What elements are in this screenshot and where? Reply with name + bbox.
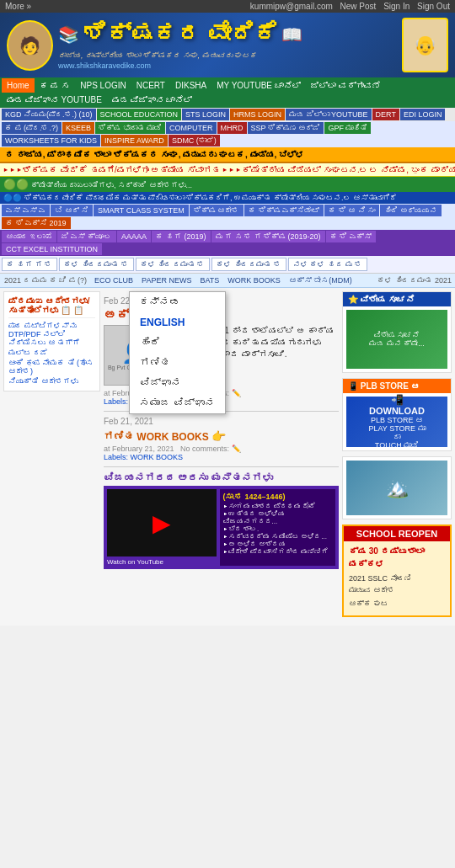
reopen-item-2[interactable]: ಆಕ್ಕ ಘಟ — [349, 599, 445, 610]
col-main: ಕನ್ನಡ ENGLISH ಹಿಂದಿ ಗಣಿತ ವಿಜ್ಞಾನ ಸಮಾಜ ವಿ… — [104, 291, 339, 622]
lblue-eco[interactable]: ECO CLUB — [91, 274, 136, 286]
menu-dert[interactable]: DERT — [372, 109, 399, 120]
nav-item-youtube[interactable]: MY YOUTUBE ಚಾನೆಲ್ — [211, 78, 306, 93]
nav2-excel[interactable]: ಕ ಶಿ ಎಕ್ಸಿ 2019 — [2, 217, 71, 229]
lblue-workbooks[interactable]: WORK BOOKS — [224, 274, 284, 286]
new-post-link[interactable]: New Post — [340, 2, 377, 11]
menu-computer[interactable]: COMPUTER — [166, 122, 217, 134]
dropdown-panel[interactable]: ಕನ್ನಡ ENGLISH ಹಿಂದಿ ಗಣಿತ ವಿಜ್ಞಾನ ಸಮಾಜ ವಿ… — [129, 291, 226, 414]
sidebar-scenery-image: 🏔️ — [346, 461, 447, 515]
left-sidebar-main: ಪ್ರಮುಖ ಆದೇಶಗಳು/ ಸುತ್ತೋಲೆಗಳು 📋 📋 ಪಾಠ ಪಟ್ಟ… — [3, 291, 100, 391]
sidebar-download: 📱 PLB STORE ಆ 📲 DOWNLOAD PLB STORE ಆ PLA… — [342, 378, 452, 451]
post-2-title[interactable]: ಗಣಿತ WORK BOOKS 👉 — [104, 429, 339, 443]
nav2-accident[interactable]: ಕ ಶಿಕ್ಷ ಎಕ್ಸಿಡೆಂಟ್ — [244, 205, 324, 216]
lblue-paper[interactable]: PAPER NEWS — [138, 274, 195, 286]
menu-kseeb[interactable]: KSEEB — [62, 122, 94, 134]
page-wrapper: More » kummipw@gmail.com New Post Sign I… — [0, 0, 455, 626]
left-sidebar-raje[interactable]: ಮಲ್ಟ ರಜೆ — [8, 348, 95, 358]
purple-ayar[interactable]: ಆಯಾರ ಇಲಾಖೆ — [2, 231, 56, 242]
menu-mhrd[interactable]: MHRD — [217, 122, 247, 134]
purple-mgs[interactable]: ಮ ಗ ಸ ಶ ಗ ಶಿಕ್ಷ (2019-20) — [211, 231, 325, 242]
nav2-org[interactable]: ಕ ಶಿ ಆ ನಿ ಸಂ — [324, 205, 379, 216]
col-right: ⭐ ವಿಶೇಷ ಸೂಚನೆ ವಿಶೇಷ ಸೂಚನೆಮಡ ಮನ ಕ್ಷೇ... 📱… — [342, 291, 452, 622]
dropdown-english[interactable]: ENGLISH — [130, 312, 225, 333]
sign-out-link[interactable]: Sign Out — [417, 2, 450, 11]
nav-item-diksha[interactable]: DIKSHA — [170, 78, 211, 93]
post-divider-2 — [104, 466, 339, 467]
menu-hrms[interactable]: HRMS LOGIN — [230, 109, 285, 120]
sec-item-1[interactable]: ಕ ಹ ಗ ಗ ಶ — [2, 258, 57, 271]
purple-gskl[interactable]: ಜಿ ಎಸ್ ಕ್ಯೂ ಲ — [57, 231, 117, 242]
nav-item-nps[interactable]: NPS LOGIN — [75, 78, 131, 93]
more-label[interactable]: More » — [5, 2, 31, 11]
menu-dist-yt[interactable]: ಮಡ ಜಿಲ್ಲಾ YOUTUBE — [286, 109, 372, 120]
purple-cct[interactable]: CCT EXCEL INSTITUTION — [2, 243, 102, 255]
dropdown-ganita[interactable]: ಗಣಿತ — [130, 353, 225, 373]
dropdown-vijnana[interactable]: ವಿಜ್ಞಾನ — [130, 373, 225, 393]
lblue-left: 2021 ರ ಮಮ ಕ ಚಿ ಪ (?) — [2, 274, 89, 286]
sec-item-3[interactable]: ಕಳ ಹಿಂದ ದಮಂತ ಶ — [136, 258, 211, 271]
nav-item-home[interactable]: Home — [2, 78, 35, 93]
sign-in-link[interactable]: Sign In — [383, 2, 410, 11]
nav-row-2: ಎಸ್ ಎಸ್ ಎ ಬಿ ಆರ್ ಸಿ SMART CLASS SYSTEM ಶ… — [0, 204, 455, 230]
menu-ssp[interactable]: SSP ಶಿಕ್ಷಣ ಅರ್ಜಿ — [248, 122, 324, 134]
sidebar-special-title: ⭐ ವಿಶೇಷ ಸೂಚನೆ — [343, 292, 451, 306]
menu-school-edu[interactable]: SCHOOL EDUCATION — [97, 109, 182, 120]
menu-bharata[interactable]: ಶಿಕ್ಷ ಭಾರಾತ ಮಾಡಿ — [95, 122, 165, 134]
post-3-title[interactable]: ವಿಜಯನಗರದ ಅರಸು ಮನೆತನಗಳು — [104, 472, 339, 484]
dropdown-samaja[interactable]: ಸಮಾಜ ವಿಜ್ಞಾನ — [130, 393, 225, 413]
menu-worksheets[interactable]: WORKSHEETS FOR KIDS — [2, 135, 100, 146]
email-link[interactable]: kummipw@gmail.com — [250, 2, 333, 11]
video-subtitle: (ಸಾ.ಶ 1424–1446) — [223, 493, 333, 501]
post-2-edit-icon[interactable]: ✏️ — [232, 445, 241, 453]
post-2: Feb 21, 2021 ಗಣಿತ WORK BOOKS 👉 at Februa… — [104, 417, 339, 461]
video-bullet-5: ▶ ಅ ಅಳಿದ ಆಶ್ರಯ — [223, 541, 333, 548]
video-bullet-4: ▶ ಸರ್ವಧರ್ಮ ಸಮಿಷ್ಟ ಅಳಿದ... — [223, 533, 333, 541]
nav-item-vijnana2[interactable]: ಮಡ ವಿಜ್ಞಾನ ಚಾನೆಲ್ — [107, 93, 198, 107]
purple-kshi[interactable]: ಕ ಶಿ ಎಕ್ಸ್ — [326, 231, 376, 242]
watch-label[interactable]: Watch on YouTube — [107, 558, 217, 566]
video-bullet-6: ▶ ವಿದೇಶಿ ಪ್ರವಾಸಿಗರಿಂದ ಮಣ್ಣಿಗೆ — [223, 548, 333, 556]
menu-kgd[interactable]: KGD ನಿಯಮ(ಪ್ರ.ಶ.) (10) — [2, 109, 96, 120]
purple-kha[interactable]: ಕ ಹ ಗ (2019) — [152, 231, 211, 242]
green-band: 🟢🟢 ಕ್ಷೇತ್ರೀಯ ದಾಖಲಾತಿಗಳು, ಸರ್ಕಾರಿ ಆದೇಶಗಳು… — [0, 177, 455, 192]
purple-aaaaa[interactable]: AAAAA — [117, 231, 151, 242]
sec-item-4[interactable]: ಕಳ ಹಿಂದ ದಮಂತ ಶ — [211, 258, 286, 271]
menu-sts[interactable]: STS LOGIN — [182, 109, 229, 120]
left-sidebar-anki[interactable]: ಆಂಕಿ ಕ಼ಂಪ ನೇಮಕ ತಿ (ಹೊಸ ಆದೇಶ) — [8, 358, 95, 376]
nav2-hindi[interactable]: ಹಿಂದಿ ಅಧ್ಯಯನ — [380, 205, 442, 216]
workbooks-arrow: 👉 — [211, 429, 226, 443]
lblue-bats[interactable]: BATS — [196, 274, 222, 286]
three-col-layout: ಪ್ರಮುಖ ಆದೇಶಗಳು/ ಸುತ್ತೋಲೆಗಳು 📋 📋 ಪಾಠ ಪಟ್ಟ… — [0, 288, 455, 626]
sidebar-special-notice: ⭐ ವಿಶೇಷ ಸೂಚನೆ ವಿಶೇಷ ಸೂಚನೆಮಡ ಮನ ಕ್ಷೇ... — [342, 291, 452, 373]
youtube-thumb[interactable]: ▶ — [107, 489, 217, 556]
menu-edi[interactable]: EDI LOGIN — [400, 109, 446, 120]
video-details: (ಸಾ.ಶ 1424–1446) ▶ ಸಂಗಮ ವಂಶದ ಪ್ರಥಮ ದೊರೆ … — [220, 489, 336, 566]
left-sidebar-dtp[interactable]: ಪಾಠ ಪಟ್ಟಿಗಳನ್ನು DTP/PDF ನಲ್ಲಿ ನಿರ್ಮಿಸಲು … — [8, 321, 95, 348]
sec-item-5[interactable]: ನಳ ಕಳ ಹ ದ ಮ ಶ — [288, 258, 368, 271]
lblue-akshar[interactable]: ಆಕ್ಸ್ ಬೇಸ(MDM) — [286, 274, 356, 286]
menu-inspire[interactable]: INSPIRE AWARD — [101, 135, 168, 146]
nav2-ssa[interactable]: ಎಸ್ ಎಸ್ ಎ — [2, 205, 50, 216]
nav-item-kps[interactable]: ಕ ಪ ಸ — [35, 78, 76, 93]
menu-kp[interactable]: ಕ ಪ (ಪ್ರ.ಶ.?) — [2, 122, 62, 134]
nav-item-vijnana[interactable]: ಮಂಡ ವಿಜ್ಞಾನ YOUTUBE — [2, 93, 107, 107]
nav-item-ncert[interactable]: NCERT — [131, 78, 170, 93]
dropdown-kannada[interactable]: ಕನ್ನಡ — [130, 292, 225, 312]
reopen-item-1[interactable]: 2021 SSLC ನೊಂದಣಿ ಮಾಡುವ ಆದೇಶ — [349, 573, 445, 596]
sidebar-download-image[interactable]: 📲 DOWNLOAD PLB STORE ಆ PLAY STORE ಮಾ ದಾ … — [346, 397, 447, 447]
menu-sdmc[interactable]: SDMC (ಶಾಲೆ) — [169, 135, 220, 146]
dropdown-hindi[interactable]: ಹಿಂದಿ — [130, 333, 225, 353]
left-sidebar-niyukti[interactable]: ನಿಯುಕ್ತಿ ಆದೇಶಗಳು — [8, 376, 95, 386]
post-1-edit-icon[interactable]: ✏️ — [232, 389, 241, 397]
nav2-adesh[interactable]: ಶಿಕ್ಷ ಆದೇಶ — [190, 205, 244, 216]
nav2-brc[interactable]: ಬಿ ಆರ್ ಸಿ — [51, 205, 93, 216]
post-2-label-link[interactable]: WORK BOOKS — [131, 453, 184, 461]
avatar-left: 🧑 — [7, 20, 53, 71]
nav2-smart[interactable]: SMART CLASS SYSTEM — [94, 205, 189, 216]
main-nav: Home ಕ ಪ ಸ NPS LOGIN NCERT DIKSHA MY YOU… — [0, 77, 455, 108]
sec-item-2[interactable]: ಕಳ ಹಿಂದ ದಮಂತ ಶ — [59, 258, 134, 271]
reopen-title: SCHOOL REOPEN — [344, 526, 450, 541]
menu-gpf[interactable]: GPF ಮಾಹಿತಿ — [324, 122, 371, 134]
nav-item-jilla[interactable]: ಜಿಲ್ಲಾ ವರ್ಗಾವಣೆ — [306, 78, 386, 93]
